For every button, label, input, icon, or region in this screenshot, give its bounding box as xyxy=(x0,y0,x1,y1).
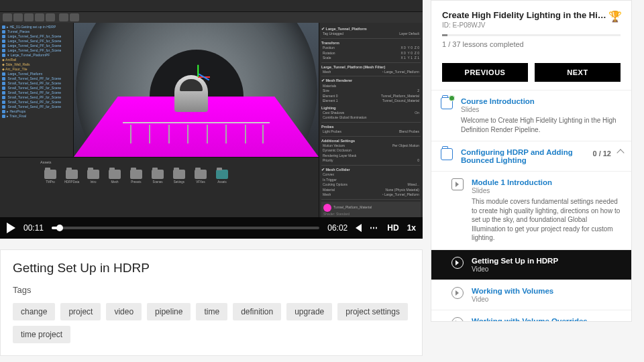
section-current-lesson[interactable]: Getting Set Up in HDRP Video xyxy=(431,249,631,280)
tag[interactable]: upgrade xyxy=(286,303,332,320)
unity-toolbar xyxy=(0,12,423,23)
unity-hierarchy-panel: ▸ HE_01-Getting set up in HDRP Tunnel_Pi… xyxy=(0,23,74,157)
section-volume-overrides[interactable]: Working with Volume Overrides Video xyxy=(431,310,631,322)
play-circle-icon xyxy=(451,257,464,269)
tag[interactable]: time xyxy=(196,303,227,320)
asset-folder: Intro xyxy=(86,170,101,184)
tags-label: Tags xyxy=(13,285,410,295)
asset-folder: HDRPData xyxy=(64,170,79,184)
next-button[interactable]: NEXT xyxy=(535,63,621,82)
duration: 06:02 xyxy=(327,223,347,233)
folder-check-icon xyxy=(441,97,453,109)
video-controls: 00:11 06:02 ⋯ HD 1x xyxy=(0,217,423,239)
unity-inspector-panel: ✔ Large_Tunnel_Platform Tag UntaggedLaye… xyxy=(319,23,423,217)
tag[interactable]: project settings xyxy=(337,303,408,320)
section-course-intro[interactable]: Course Introduction Slides Welcome to Cr… xyxy=(431,90,631,141)
lesson-info-card: Getting Set Up in HDRP Tags changeprojec… xyxy=(0,249,423,356)
tag[interactable]: change xyxy=(13,303,55,320)
tag[interactable]: video xyxy=(106,303,142,320)
course-progress-bar xyxy=(442,34,621,36)
course-outline-panel: Create High Fidelity Lighting in the Hig… xyxy=(431,0,632,322)
section-working-volumes[interactable]: Working with Volumes Video xyxy=(431,280,631,310)
volume-icon[interactable] xyxy=(356,224,362,232)
asset-folder: TMPro xyxy=(43,170,58,184)
asset-folder: Presets xyxy=(129,170,144,184)
speed-label[interactable]: 1x xyxy=(407,223,416,233)
unity-menubar xyxy=(0,0,423,12)
play-circle-icon xyxy=(451,317,464,322)
lessons-complete: 1 / 37 lessons completed xyxy=(442,40,621,48)
asset-folder: Scenes xyxy=(150,170,165,184)
more-icon[interactable]: ⋯ xyxy=(370,223,379,233)
course-title: Create High Fidelity Lighting in the Hig… xyxy=(442,10,621,20)
section-module1-intro[interactable]: Module 1 Introduction Slides This module… xyxy=(431,171,631,249)
tag-row: changeprojectvideopipelinetimedefinition… xyxy=(13,303,410,343)
play-circle-icon xyxy=(451,287,464,299)
video-viewport: ▸ HE_01-Getting set up in HDRP Tunnel_Pi… xyxy=(0,0,423,217)
quality-label[interactable]: HD xyxy=(387,223,398,233)
unity-project-panel: Assets TMProHDRPDataIntroMeshPresetsScen… xyxy=(0,157,319,217)
trophy-icon: 🏆 xyxy=(608,10,622,23)
section-module-header[interactable]: Configuring HDRP and Adding Bounced Ligh… xyxy=(431,141,631,171)
tag[interactable]: pipeline xyxy=(147,303,191,320)
asset-folder: VFXes xyxy=(193,170,208,184)
tag[interactable]: definition xyxy=(233,303,281,320)
asset-folder: Mesh xyxy=(107,170,122,184)
course-id: ID: E-P08WJV xyxy=(442,21,621,29)
lesson-title: Getting Set Up in HDRP xyxy=(13,261,410,276)
folder-icon xyxy=(441,148,453,160)
tag[interactable]: project xyxy=(60,303,101,320)
previous-button[interactable]: PREVIOUS xyxy=(442,63,528,82)
slides-icon xyxy=(451,178,464,190)
asset-folder: Settings xyxy=(172,170,186,184)
play-icon[interactable] xyxy=(7,223,15,233)
module-count: 0 / 12 xyxy=(592,149,611,158)
unity-scene-view xyxy=(74,23,319,157)
video-player: ▸ HE_01-Getting set up in HDRP Tunnel_Pi… xyxy=(0,0,423,239)
progress-bar[interactable] xyxy=(52,227,319,229)
current-time: 00:11 xyxy=(23,223,44,233)
tag[interactable]: time project xyxy=(13,326,70,343)
asset-folder: Assets xyxy=(215,170,229,184)
